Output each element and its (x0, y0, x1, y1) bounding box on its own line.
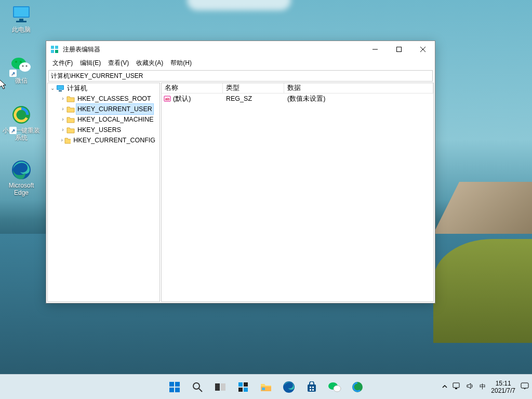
tree-hive[interactable]: ›HKEY_CURRENT_USER (48, 104, 159, 114)
svg-line-30 (199, 389, 202, 392)
tree-hive-label: HKEY_CURRENT_USER (76, 104, 153, 114)
address-bar[interactable]: 计算机\HKEY_CURRENT_USER (48, 70, 433, 82)
svg-rect-21 (57, 86, 63, 89)
xiaobai-icon: ↗ (10, 104, 32, 126)
svg-rect-3 (16, 21, 26, 22)
svg-rect-48 (453, 383, 459, 388)
taskbar-store[interactable] (301, 377, 322, 397)
value-data: (数值未设置) (284, 95, 433, 103)
tree-hive-label: HKEY_CLASSES_ROOT (76, 94, 152, 104)
tree-hive[interactable]: ›HKEY_CURRENT_CONFIG (48, 135, 159, 145)
taskbar-taskview[interactable] (210, 377, 231, 397)
close-button[interactable] (411, 41, 435, 58)
menu-help[interactable]: 帮助(H) (167, 58, 195, 69)
svg-point-29 (193, 383, 200, 389)
expand-arrow-icon[interactable]: › (59, 125, 66, 135)
volume-icon[interactable] (466, 382, 474, 391)
tree-root[interactable]: ⌄ 计算机 (48, 83, 159, 94)
tree-hive[interactable]: ›HKEY_LOCAL_MACHINE (48, 114, 159, 125)
svg-rect-32 (221, 383, 225, 391)
svg-rect-42 (312, 387, 314, 388)
taskbar: 中 15:11 2021/7/7 (0, 374, 532, 399)
value-type: REG_SZ (223, 95, 284, 102)
list-header[interactable]: 名称 类型 数据 (162, 83, 433, 94)
taskbar-start[interactable] (164, 377, 185, 397)
shortcut-arrow-icon: ↗ (9, 70, 17, 77)
desktop-icon-xiaobai[interactable]: ↗ 小白一键重装 系统 (2, 104, 41, 141)
svg-rect-2 (19, 19, 23, 21)
svg-rect-44 (312, 389, 314, 391)
svg-rect-43 (310, 389, 311, 391)
desktop-icon-this-pc[interactable]: 此电脑 (2, 3, 41, 33)
svg-rect-13 (55, 46, 58, 49)
expand-arrow-icon[interactable]: › (59, 94, 66, 104)
svg-point-8 (22, 65, 23, 66)
menu-file[interactable]: 文件(F) (49, 58, 76, 69)
collapse-arrow-icon[interactable]: ⌄ (49, 83, 56, 94)
wechat-icon: ↗ (10, 54, 32, 76)
list-row[interactable]: ab(默认)REG_SZ(数值未设置) (162, 94, 433, 104)
taskbar-edge[interactable] (278, 377, 299, 397)
svg-rect-15 (55, 50, 58, 53)
desktop-icon-edge[interactable]: Microsoft Edge (2, 159, 41, 196)
taskbar-wechat[interactable] (324, 377, 345, 397)
regedit-app-icon (50, 45, 59, 54)
svg-rect-50 (521, 383, 528, 388)
menu-favorites[interactable]: 收藏夹(A) (133, 58, 166, 69)
ime-indicator[interactable]: 中 (480, 382, 486, 391)
taskbar-xiaobai[interactable] (347, 377, 368, 397)
col-data[interactable]: 数据 (284, 83, 433, 93)
cursor-icon (0, 79, 8, 90)
svg-rect-33 (238, 382, 243, 387)
svg-rect-26 (175, 382, 180, 387)
system-tray: 中 15:11 2021/7/7 (442, 380, 529, 394)
col-type[interactable]: 类型 (223, 83, 284, 93)
svg-rect-40 (308, 384, 316, 392)
svg-rect-1 (14, 7, 29, 17)
list-pane[interactable]: 名称 类型 数据 ab(默认)REG_SZ(数值未设置) (161, 83, 434, 302)
tray-overflow-icon[interactable] (442, 383, 447, 391)
tree-root-label: 计算机 (66, 83, 88, 94)
taskbar-search[interactable] (187, 377, 208, 397)
tree-hive[interactable]: ›HKEY_USERS (48, 125, 159, 135)
menubar: 文件(F) 编辑(E) 查看(V) 收藏夹(A) 帮助(H) (46, 58, 435, 69)
decor-grass (433, 239, 532, 343)
taskbar-explorer[interactable] (256, 377, 276, 397)
svg-point-9 (25, 65, 27, 66)
tree-hive-label: HKEY_USERS (76, 125, 122, 135)
svg-rect-36 (244, 388, 248, 392)
shortcut-arrow-icon: ↗ (9, 127, 17, 134)
maximize-button[interactable] (387, 41, 411, 58)
expand-arrow-icon[interactable]: › (59, 135, 64, 145)
svg-rect-25 (169, 382, 174, 387)
col-name[interactable]: 名称 (162, 83, 223, 93)
desktop-icon-label: Microsoft Edge (2, 182, 41, 196)
svg-rect-14 (51, 50, 54, 53)
tree-pane[interactable]: ⌄ 计算机 ›HKEY_CLASSES_ROOT›HKEY_CURRENT_US… (47, 83, 160, 302)
tree-hive-label: HKEY_CURRENT_CONFIG (72, 135, 156, 145)
expand-arrow-icon[interactable]: › (59, 114, 66, 125)
svg-point-6 (15, 61, 17, 63)
minimize-button[interactable] (363, 41, 387, 58)
svg-point-46 (334, 385, 341, 392)
regedit-window: 注册表编辑器 文件(F) 编辑(E) 查看(V) 收藏夹(A) 帮助(H) 计算… (46, 41, 435, 303)
notifications-icon[interactable] (521, 382, 529, 391)
desktop-icon-label: 此电脑 (2, 26, 41, 33)
svg-point-7 (20, 61, 22, 63)
clock[interactable]: 15:11 2021/7/7 (491, 380, 515, 394)
desktop: 此电脑 ↗ 微信 ↗ 小白一键重装 系统 Microsoft Edge 注册表编… (0, 0, 532, 399)
this-pc-icon (10, 3, 32, 25)
menu-edit[interactable]: 编辑(E) (77, 58, 104, 69)
network-icon[interactable] (453, 382, 461, 391)
menu-view[interactable]: 查看(V) (105, 58, 132, 69)
titlebar[interactable]: 注册表编辑器 (46, 41, 435, 58)
tree-hive[interactable]: ›HKEY_CLASSES_ROOT (48, 94, 159, 104)
svg-rect-12 (51, 46, 54, 49)
taskbar-widgets[interactable] (233, 377, 254, 397)
svg-rect-35 (238, 388, 243, 392)
expand-arrow-icon[interactable]: › (59, 104, 66, 114)
svg-rect-27 (169, 388, 174, 392)
svg-rect-49 (455, 388, 457, 389)
svg-text:ab: ab (165, 97, 169, 101)
edge-icon (10, 159, 32, 181)
